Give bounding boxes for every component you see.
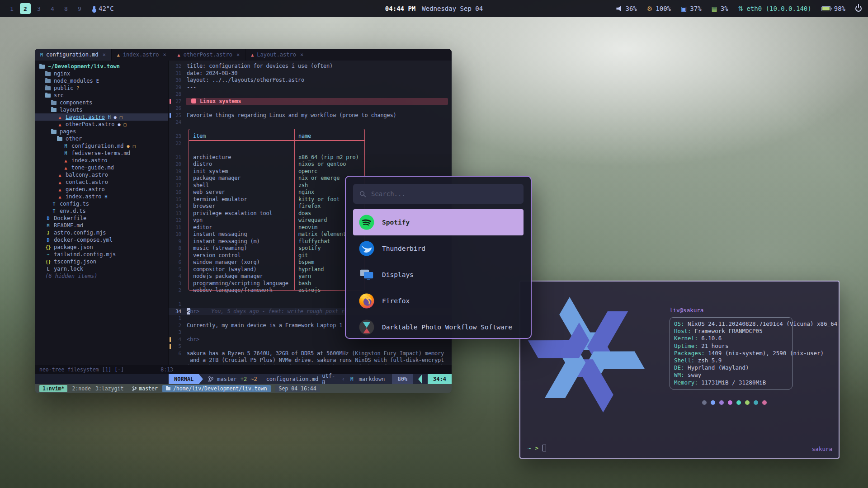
tree-item[interactable]: ▲Layout.astroH●□	[35, 113, 168, 121]
tree-item[interactable]: pages	[35, 128, 168, 135]
cpu-module[interactable]: ▦ 3%	[712, 5, 728, 12]
line-number: 31	[169, 70, 187, 76]
tree-item[interactable]: layouts	[35, 106, 168, 113]
launcher-items: SpotifyThunderbirdDisplaysFirefoxDarktab…	[353, 209, 524, 339]
editor-tab[interactable]: ▲index.astro×	[112, 49, 172, 61]
tree-item[interactable]: {}package.json	[35, 244, 168, 251]
tree-item[interactable]: ▲contact.astro	[35, 178, 168, 186]
tree-item[interactable]: DDockerfile	[35, 215, 168, 222]
tree-item-label: tone-guide.md	[71, 164, 114, 171]
tree-item[interactable]: ▲tone-guide.md	[35, 164, 168, 171]
tree-item[interactable]: {}tsconfig.json	[35, 258, 168, 265]
launcher-item[interactable]: Displays	[353, 262, 524, 288]
editor-text: and a 2TB (Crucial P5 Plus) NVMe drive. …	[187, 357, 444, 363]
tree-item[interactable]: Tenv.d.ts	[35, 207, 168, 215]
line-number: 4	[169, 273, 187, 279]
network-module[interactable]: ⇅ eth0 (10.0.0.140)	[738, 5, 811, 12]
workspace-button[interactable]: 1	[6, 3, 17, 14]
tmux-session[interactable]: 1:nvim*	[39, 385, 67, 392]
tree-item-label: garden.astro	[66, 186, 105, 192]
launcher-item[interactable]: Spotify	[353, 209, 524, 235]
tree-item[interactable]: node_modulesE	[35, 77, 168, 84]
tree-item[interactable]: src	[35, 92, 168, 99]
tree-item[interactable]: ▲balcony.astro	[35, 171, 168, 178]
fetch-info-line: Packages: 1409 (nix-system), 2590 (nix-u…	[674, 350, 788, 357]
tree-item[interactable]: other	[35, 135, 168, 142]
tmux-session[interactable]: 3:lazygit	[95, 385, 123, 392]
editor-tab[interactable]: ▲Layout.astro×	[245, 49, 309, 61]
tab-close-icon[interactable]: ×	[236, 52, 240, 58]
table-cell: window manager (xorg)	[193, 259, 260, 266]
tab-close-icon[interactable]: ×	[300, 52, 303, 58]
tree-item[interactable]: Ddocker-compose.yml	[35, 236, 168, 244]
launcher-item[interactable]: Firefox	[353, 288, 524, 314]
workspace-button[interactable]: 4	[47, 3, 58, 14]
table-cell: bspwm	[298, 259, 314, 266]
tree-item[interactable]: (6 hidden items)	[35, 272, 168, 280]
temperature-module[interactable]: 42°C	[93, 5, 114, 12]
tree-item-label: otherPost.astro	[66, 121, 114, 127]
workspace-button[interactable]: 9	[74, 3, 85, 14]
battery-icon	[821, 6, 831, 11]
table-cell: nixos or gentoo	[298, 161, 346, 168]
table-cell: privilege escalation tool	[193, 210, 273, 217]
tree-item[interactable]: public?	[35, 84, 168, 92]
tree-item[interactable]: ▲otherPost.astro●□	[35, 121, 168, 128]
tree-item[interactable]: ~tailwind.config.mjs	[35, 251, 168, 258]
tree-item[interactable]: MREADME.md	[35, 222, 168, 229]
workspace-button[interactable]: 3	[33, 3, 44, 14]
launcher-item[interactable]: Thunderbird	[353, 235, 524, 262]
tree-item-badge: ●	[127, 144, 130, 149]
tmux-session[interactable]: 2:node	[72, 385, 91, 392]
tmux-branch: master	[132, 385, 158, 392]
fetch-terminal-window[interactable]: liv@sakura OS: NixOS 24.11.20240828.71e9…	[519, 281, 840, 459]
tree-item[interactable]: Lyarn.lock	[35, 265, 168, 272]
tree-item[interactable]: Tconfig.ts	[35, 200, 168, 207]
shell-prompt[interactable]: ~ >	[528, 445, 546, 451]
search-input[interactable]: Search...	[353, 184, 524, 204]
power-button[interactable]	[855, 5, 862, 12]
tree-item[interactable]: ▲garden.astro	[35, 186, 168, 193]
app-launcher[interactable]: Search... SpotifyThunderbirdDisplaysFire…	[345, 176, 532, 339]
tree-item[interactable]: ~/Development/liv.town	[35, 63, 168, 70]
editor-tab[interactable]: ▲otherPost.astro×	[172, 49, 246, 61]
tab-close-icon[interactable]: ×	[163, 52, 166, 58]
volume-value: 36%	[625, 5, 637, 12]
git-segment: master +2 ~2	[203, 376, 262, 382]
tree-item[interactable]: components	[35, 99, 168, 106]
git-sign	[170, 337, 171, 343]
astro-icon: ▲	[117, 52, 120, 57]
launcher-item[interactable]: Darktable Photo Workflow Software	[353, 314, 524, 339]
markdown-icon: M	[63, 151, 69, 156]
workspace-button[interactable]: 8	[61, 3, 71, 14]
editor-tab[interactable]: Mconfiguration.md×	[35, 49, 112, 61]
tree-item[interactable]: Jastro.config.mjs	[35, 229, 168, 236]
workspace-button[interactable]: 2	[20, 3, 31, 14]
line-number: 20	[169, 161, 187, 167]
tree-item-label: docker-compose.yml	[54, 237, 113, 243]
volume-module[interactable]: 36%	[616, 5, 637, 12]
fetch-value: NixOS 24.11.20240828.71e91c4 (Vicuna) x8…	[688, 320, 837, 327]
tree-item[interactable]: nginx	[35, 70, 168, 77]
fetch-info-line: DE: Hyprland (Wayland)	[674, 364, 788, 371]
launcher-item-label: Spotify	[382, 219, 410, 226]
editor-row: 26	[169, 105, 452, 112]
table-cell: spotify	[298, 245, 321, 252]
tree-item[interactable]: ▲index.astro	[35, 157, 168, 164]
memory-module[interactable]: ▣ 37%	[681, 5, 702, 12]
tree-item[interactable]: Mfediverse-terms.md	[35, 150, 168, 157]
table-cell: nodejs package manager	[193, 273, 263, 280]
tree-item[interactable]: Mconfiguration.md●□	[35, 142, 168, 150]
table-cell: bash	[298, 280, 311, 287]
battery-module[interactable]: 98%	[821, 5, 845, 12]
table-cell: firefox	[298, 203, 321, 210]
line-number: 1	[169, 315, 187, 321]
table-cell: distro	[193, 161, 212, 168]
brightness-module[interactable]: ⚙ 100%	[647, 5, 671, 12]
tree-item-label: balcony.astro	[66, 172, 108, 178]
line-number: 18	[169, 175, 187, 181]
tab-close-icon[interactable]: ×	[103, 52, 106, 58]
cursor-block: <	[187, 308, 190, 314]
tree-item[interactable]: ▲index.astroH	[35, 193, 168, 200]
powerline-arrow-left	[418, 374, 422, 384]
